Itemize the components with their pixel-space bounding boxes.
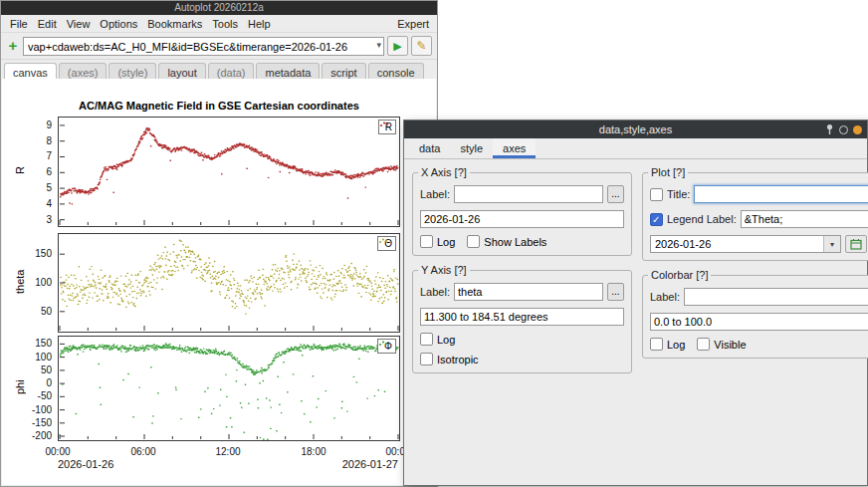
x-axis-label-input[interactable]: [454, 185, 603, 203]
plot-title-input[interactable]: [694, 185, 868, 203]
x-axis-group: X Axis [?] Label: ... Log: [412, 172, 632, 256]
dialog-left-column: X Axis [?] Label: ... Log: [412, 172, 632, 373]
expert-toggle[interactable]: Expert: [395, 18, 431, 30]
dialog-tab-bar: data style axes: [404, 138, 867, 159]
y-tick-label: 100: [35, 277, 52, 288]
menu-bookmarks[interactable]: Bookmarks: [142, 18, 207, 30]
x-tick-label: 00:00: [45, 446, 70, 457]
y-axis-label-input[interactable]: [454, 283, 603, 301]
colorbar-label-input[interactable]: [684, 288, 868, 306]
legend-label-checkbox[interactable]: ✓: [650, 213, 663, 226]
plot-series-R: [59, 118, 399, 226]
colorbar-group-title: Colorbar [?]: [648, 269, 711, 281]
menu-options[interactable]: Options: [95, 18, 142, 30]
close-icon[interactable]: [853, 125, 862, 134]
y-axis-range-input[interactable]: [420, 308, 624, 326]
legend-label-input[interactable]: [741, 210, 868, 228]
menu-help[interactable]: Help: [243, 18, 276, 30]
dialog-titlebar-icons: [825, 121, 862, 138]
y-tick-label: -100: [32, 404, 52, 415]
colorbar-visible-checkbox[interactable]: Visible: [697, 338, 746, 351]
colorbar-log-checkbox[interactable]: Log: [650, 338, 685, 351]
pencil-icon: ✎: [416, 40, 426, 52]
play-icon: ▶: [393, 41, 401, 52]
x-axis-start-date: 2026-01-26: [58, 458, 113, 470]
edit-uri-button[interactable]: ✎: [411, 36, 432, 56]
plot-title-checkbox[interactable]: [650, 188, 663, 201]
x-axis-group-title: X Axis [?]: [418, 166, 470, 178]
desktop: Autoplot 20260212a File Edit View Option…: [0, 0, 868, 487]
x-axis-range-input[interactable]: [420, 210, 624, 228]
plot-canvas[interactable]: AC/MAG Magnetic Field in GSE Cartesian c…: [2, 79, 436, 485]
y-axis-ticks-phi: 150100500-50-100-150-200: [24, 336, 54, 439]
plot-panel-theta[interactable]: Θ: [58, 233, 400, 333]
x-axis-label-caption: Label:: [420, 188, 450, 200]
checkbox-label: Show Labels: [484, 236, 546, 248]
menu-file[interactable]: File: [5, 18, 33, 30]
checkbox-label: Log: [437, 236, 455, 248]
x-tick-label: 12:00: [215, 446, 240, 457]
legend-box-theta: Θ: [377, 236, 396, 251]
x-axis-log-checkbox[interactable]: Log: [420, 235, 455, 248]
legend-box-phi: Φ: [377, 339, 396, 354]
plot-group: Plot [?] Title: ... ✓ Legend Label: ...: [642, 172, 868, 261]
x-tick-label: 18:00: [301, 446, 326, 457]
menu-view[interactable]: View: [62, 18, 96, 30]
colorbar-label-caption: Label:: [650, 291, 680, 303]
main-tab-bar: canvas (axes) (style) layout (data) meta…: [1, 60, 437, 81]
x-axis-label-more-button[interactable]: ...: [607, 185, 624, 203]
uri-input[interactable]: [23, 37, 384, 56]
plot-panel-r[interactable]: R: [58, 117, 400, 227]
y-tick-label: 8: [46, 135, 52, 146]
help-icon[interactable]: [839, 125, 848, 134]
x-axis-show-labels-checkbox[interactable]: Show Labels: [467, 235, 546, 248]
calendar-button[interactable]: [845, 235, 867, 253]
x-axis-end-date: 2026-01-27: [342, 458, 398, 470]
y-axis-label-more-button[interactable]: ...: [607, 283, 624, 301]
y-axis-ticks-r: 9876543: [24, 117, 54, 225]
y-tick-label: 0: [46, 377, 52, 388]
y-tick-label: 4: [46, 198, 52, 209]
checkbox-box: [420, 235, 433, 248]
add-bookmark-icon[interactable]: +: [6, 39, 20, 53]
plot-panel-phi[interactable]: Φ: [58, 336, 400, 441]
y-tick-label: 7: [46, 150, 52, 161]
go-button[interactable]: ▶: [387, 36, 408, 56]
menu-bar: File Edit View Options Bookmarks Tools H…: [1, 15, 437, 33]
y-axis-group-title: Y Axis [?]: [418, 264, 470, 276]
y-axis-log-checkbox[interactable]: Log: [420, 333, 455, 346]
y-axis-isotropic-checkbox[interactable]: Isotropic: [420, 353, 479, 365]
y-tick-label: 150: [35, 248, 52, 259]
checkbox-box: [420, 353, 433, 365]
dialog-tab-axes[interactable]: axes: [493, 138, 536, 158]
menu-tools[interactable]: Tools: [207, 18, 243, 30]
legend-box-r: R: [378, 120, 396, 134]
y-axis-label-caption: Label:: [420, 286, 450, 298]
autoplot-window: Autoplot 20260212a File Edit View Option…: [0, 0, 438, 487]
window-titlebar[interactable]: Autoplot 20260212a: [1, 1, 437, 15]
chevron-down-icon[interactable]: ▾: [376, 40, 381, 50]
dialog-body: X Axis [?] Label: ... Log: [404, 159, 867, 381]
y-tick-label: 3: [46, 214, 52, 225]
pin-icon[interactable]: [825, 123, 834, 135]
calendar-icon: [850, 238, 862, 250]
colorbar-group: Colorbar [?] Label: ... Log: [642, 275, 868, 359]
dialog-title: data,style,axes: [404, 123, 867, 135]
checkbox-box: [697, 338, 710, 351]
checkbox-box: [650, 338, 663, 351]
plot-editor-dialog: data,style,axes data style axes X Axis […: [403, 120, 868, 486]
dialog-titlebar[interactable]: data,style,axes: [404, 121, 867, 138]
y-tick-label: 5: [46, 182, 52, 193]
dialog-tab-data[interactable]: data: [409, 138, 450, 158]
dialog-tab-style[interactable]: style: [450, 138, 493, 158]
plot-title: AC/MAG Magnetic Field in GSE Cartesian c…: [2, 100, 436, 112]
checkbox-label: Log: [667, 339, 685, 351]
colorbar-range-input[interactable]: [650, 313, 868, 331]
menu-edit[interactable]: Edit: [33, 18, 62, 30]
y-tick-label: -150: [32, 417, 52, 428]
check-icon: ✓: [652, 213, 660, 226]
x-tick-label: 06:00: [130, 446, 155, 457]
timerange-combobox[interactable]: 2026-01-26 ▾: [650, 235, 841, 253]
timerange-value: 2026-01-26: [651, 238, 823, 250]
plot-group-title: Plot [?]: [648, 166, 688, 178]
